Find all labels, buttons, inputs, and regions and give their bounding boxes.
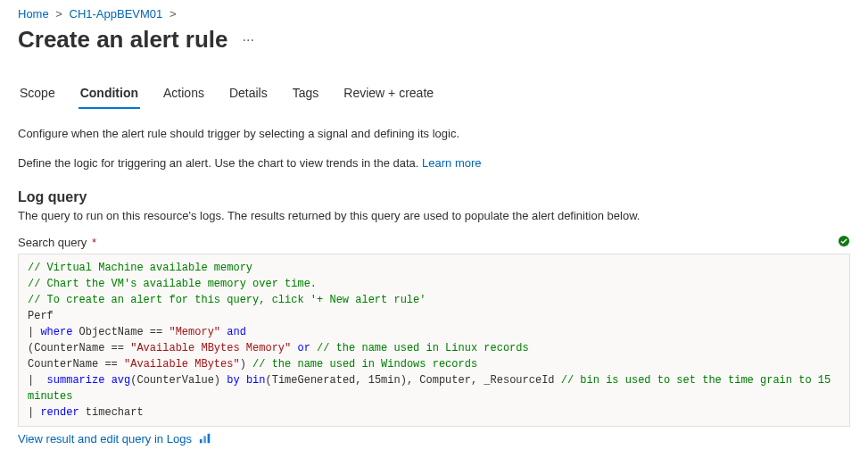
tab-actions[interactable]: Actions	[161, 80, 206, 109]
breadcrumb-sep-2: >	[169, 7, 177, 21]
svg-rect-3	[207, 434, 210, 444]
define-text: Define the logic for triggering an alert…	[18, 156, 850, 170]
log-query-heading: Log query	[18, 189, 850, 205]
query-editor[interactable]: // Virtual Machine available memory // C…	[18, 254, 850, 427]
page-title: Create an alert rule	[18, 26, 228, 54]
search-query-label: Search query *	[18, 235, 850, 250]
code-line: Perf	[28, 310, 54, 322]
view-result-row: View result and edit query in Logs	[18, 432, 850, 447]
breadcrumb-home[interactable]: Home	[18, 7, 49, 21]
log-query-desc: The query to run on this resource's logs…	[18, 209, 850, 222]
view-result-link[interactable]: View result and edit query in Logs	[18, 432, 192, 446]
learn-more-link[interactable]: Learn more	[422, 156, 481, 170]
svg-rect-2	[203, 436, 206, 443]
code-comment: // To create an alert for this query, cl…	[28, 294, 426, 306]
more-actions-button[interactable]: ···	[237, 32, 260, 48]
code-comment: // Virtual Machine available memory	[28, 262, 252, 274]
tab-scope[interactable]: Scope	[18, 80, 57, 109]
title-row: Create an alert rule ···	[18, 26, 850, 54]
breadcrumb-sep-1: >	[55, 7, 62, 21]
check-icon	[838, 235, 850, 250]
tab-review[interactable]: Review + create	[342, 80, 435, 109]
breadcrumb-resource[interactable]: CH1-AppBEVM01	[70, 7, 163, 21]
tab-condition[interactable]: Condition	[79, 80, 140, 109]
tab-tags[interactable]: Tags	[291, 80, 321, 109]
tab-details[interactable]: Details	[227, 80, 269, 109]
breadcrumb: Home > CH1-AppBEVM01 >	[18, 7, 850, 21]
logs-icon	[199, 432, 211, 447]
configure-text: Configure when the alert rule should tri…	[18, 127, 850, 140]
code-comment: // Chart the VM's available memory over …	[28, 278, 317, 290]
tab-bar: Scope Condition Actions Details Tags Rev…	[18, 80, 850, 109]
svg-rect-1	[199, 439, 202, 443]
